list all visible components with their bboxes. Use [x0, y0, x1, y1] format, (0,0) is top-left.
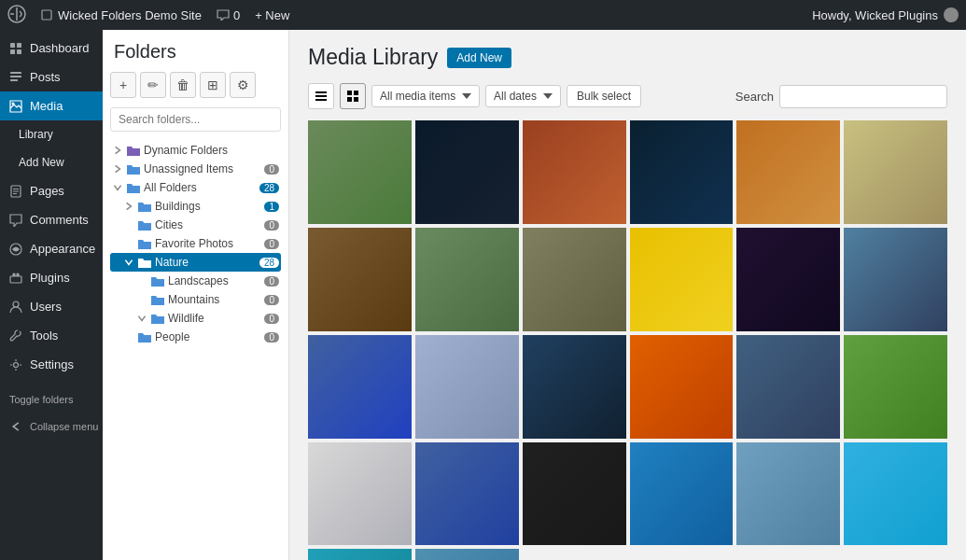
grid-folder-button[interactable]: ⊞: [200, 72, 226, 98]
svg-rect-18: [315, 91, 327, 93]
search-area: Search: [735, 85, 947, 108]
media-main: Media Library Add New All media items Al…: [289, 30, 966, 560]
image-cell[interactable]: [308, 228, 412, 331]
nav-item-tools[interactable]: Tools: [0, 321, 103, 350]
search-input[interactable]: [779, 85, 947, 108]
folder-item-cities[interactable]: Cities 0: [110, 216, 281, 234]
wp-logo-icon[interactable]: [7, 5, 26, 26]
media-header: Media Library Add New: [308, 45, 947, 70]
search-label: Search: [735, 90, 774, 104]
nav-item-posts[interactable]: Posts: [0, 63, 103, 91]
svg-rect-4: [10, 49, 15, 54]
nav-item-dashboard[interactable]: Dashboard: [0, 34, 103, 63]
image-cell[interactable]: [630, 120, 734, 224]
svg-point-17: [14, 362, 19, 367]
add-new-button[interactable]: Add New: [447, 48, 511, 68]
image-cell[interactable]: [630, 442, 734, 546]
nav-item-pages[interactable]: Pages: [0, 176, 103, 205]
nav-item-toggle-folders[interactable]: Toggle folders: [0, 386, 103, 413]
folder-item-people[interactable]: People 0: [110, 328, 281, 346]
image-cell[interactable]: [523, 335, 626, 439]
new-item-button[interactable]: + New: [255, 8, 289, 22]
svg-rect-23: [347, 97, 352, 102]
image-cell[interactable]: [736, 335, 840, 439]
folder-item-all-folders[interactable]: All Folders 28: [110, 178, 281, 197]
folder-item-dynamic[interactable]: Dynamic Folders: [110, 141, 281, 160]
media-filter-select[interactable]: All media items: [371, 85, 480, 107]
folder-item-mountains[interactable]: Mountains 0: [110, 290, 281, 309]
nav-item-collapse-menu[interactable]: Collapse menu: [0, 413, 103, 441]
image-cell[interactable]: [415, 335, 519, 439]
admin-bar: Wicked Folders Demo Site 0 + New Howdy, …: [0, 0, 966, 30]
howdy-text: Howdy, Wicked Plugins: [812, 7, 959, 22]
image-cell[interactable]: [415, 442, 519, 546]
svg-rect-2: [10, 43, 15, 48]
svg-rect-22: [354, 91, 358, 95]
folder-search-input[interactable]: [110, 107, 281, 132]
svg-rect-19: [315, 95, 327, 97]
image-cell[interactable]: [308, 549, 412, 560]
media-toolbar: All media items All dates Bulk select Se…: [308, 83, 947, 109]
svg-rect-24: [354, 97, 358, 102]
list-view-button[interactable]: [308, 83, 334, 109]
svg-rect-12: [13, 190, 19, 191]
image-cell[interactable]: [415, 549, 519, 560]
svg-rect-21: [347, 91, 352, 95]
grid-view-button[interactable]: [340, 83, 366, 109]
svg-rect-8: [10, 79, 18, 81]
nav-item-settings[interactable]: Settings: [0, 350, 103, 379]
edit-folder-button[interactable]: ✏: [140, 72, 166, 98]
image-cell[interactable]: [630, 228, 734, 331]
image-cell[interactable]: [736, 228, 840, 331]
comments-count[interactable]: 0: [217, 8, 240, 22]
image-cell[interactable]: [844, 120, 947, 224]
nav-item-comments[interactable]: Comments: [0, 205, 103, 234]
nav-item-media[interactable]: Media: [0, 91, 103, 120]
nav-item-users[interactable]: Users: [0, 292, 103, 321]
image-cell[interactable]: [844, 228, 947, 331]
image-cell[interactable]: [523, 442, 626, 546]
folder-item-landscapes[interactable]: Landscapes 0: [110, 272, 281, 290]
folder-tree: Dynamic Folders Unassigned Items 0 All F…: [110, 141, 281, 346]
nav-item-add-new[interactable]: Add New: [0, 148, 103, 176]
settings-folder-button[interactable]: ⚙: [230, 72, 256, 98]
add-folder-button[interactable]: +: [110, 72, 136, 98]
image-cell[interactable]: [308, 120, 412, 224]
folder-item-nature[interactable]: Nature 28: [110, 253, 281, 272]
folder-item-wildlife[interactable]: Wildlife 0: [110, 309, 281, 328]
image-cell[interactable]: [415, 228, 519, 331]
nav-item-plugins[interactable]: Plugins: [0, 263, 103, 292]
svg-rect-20: [315, 99, 327, 101]
image-cell[interactable]: [308, 442, 412, 546]
svg-rect-1: [42, 10, 51, 20]
image-cell[interactable]: [308, 335, 412, 439]
image-grid: [308, 120, 947, 560]
folders-title: Folders: [110, 41, 281, 63]
date-filter-select[interactable]: All dates: [485, 85, 561, 107]
delete-folder-button[interactable]: 🗑: [170, 72, 196, 98]
avatar[interactable]: [944, 7, 959, 22]
nav-item-appearance[interactable]: Appearance: [0, 234, 103, 263]
folder-item-buildings[interactable]: Buildings 1: [110, 197, 281, 216]
svg-rect-3: [17, 43, 21, 48]
folder-item-favorite-photos[interactable]: Favorite Photos 0: [110, 234, 281, 253]
image-cell[interactable]: [844, 442, 947, 546]
image-cell[interactable]: [523, 228, 626, 331]
image-cell[interactable]: [736, 442, 840, 546]
svg-rect-6: [10, 72, 21, 74]
svg-rect-11: [13, 189, 19, 189]
nav-item-library[interactable]: Library: [0, 120, 103, 148]
svg-rect-5: [17, 49, 21, 54]
image-cell[interactable]: [415, 120, 519, 224]
svg-rect-7: [10, 76, 21, 77]
svg-rect-15: [10, 276, 21, 283]
image-cell[interactable]: [523, 120, 626, 224]
folder-item-unassigned[interactable]: Unassigned Items 0: [110, 160, 281, 178]
bulk-select-button[interactable]: Bulk select: [567, 85, 641, 107]
image-cell[interactable]: [736, 120, 840, 224]
image-cell[interactable]: [844, 335, 947, 439]
media-title: Media Library: [308, 45, 438, 70]
image-cell[interactable]: [630, 335, 734, 439]
svg-rect-13: [13, 193, 17, 194]
site-name[interactable]: Wicked Folders Demo Site: [41, 8, 202, 22]
